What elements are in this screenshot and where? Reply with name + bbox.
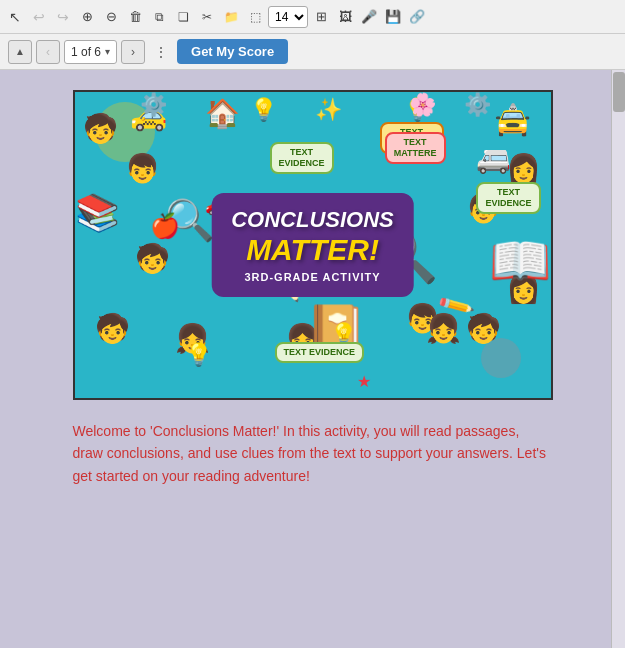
save-icon[interactable]: 💾	[382, 6, 404, 28]
textbox-icon[interactable]: ⬚	[244, 6, 266, 28]
text-evidence-label-4: TEXTEVIDENCE	[476, 182, 540, 214]
title-conclusions: CONCLUSIONS	[231, 207, 394, 233]
delete-icon[interactable]: 🗑	[124, 6, 146, 28]
van-icon: 🚐	[476, 142, 511, 175]
scrollbar-thumb[interactable]	[613, 72, 625, 112]
flower-icon: 🌸	[409, 92, 436, 118]
house-icon: 🏠	[205, 97, 240, 130]
duplicate-icon[interactable]: ❏	[172, 6, 194, 28]
person-3-icon: 🧒	[135, 242, 170, 275]
bulb-3-icon: 💡	[185, 342, 212, 368]
text-matter-label: TEXTMATTERE	[385, 132, 446, 164]
nav-bar: ▲ ‹ 1 of 6 ▾ › ⋮ Get My Score	[0, 34, 625, 70]
copy-icon[interactable]: ⧉	[148, 6, 170, 28]
get-my-score-button[interactable]: Get My Score	[177, 39, 288, 64]
title-matter: MATTER!	[231, 233, 394, 267]
mic-icon[interactable]: 🎤	[358, 6, 380, 28]
page-info[interactable]: 1 of 6 ▾	[64, 40, 117, 64]
car-2-icon: 🚖	[494, 102, 531, 137]
person-1-icon: 🧒	[83, 112, 118, 145]
star-2-icon: ★	[357, 372, 371, 391]
activity-description: Welcome to 'Conclusions Matter!' In this…	[73, 420, 553, 487]
more-options-button[interactable]: ⋮	[149, 40, 173, 64]
cursor-tool-icon[interactable]: ↖	[4, 6, 26, 28]
activity-image: 🧒 👦 🧒 🧒 👧 👩 👦 👩 🧒 👧 👦 👧 🚕 🚖 🚗 🚐 📚 📖 📔 🔍	[73, 90, 553, 400]
page-info-text: 1 of 6	[71, 45, 101, 59]
scrollbar[interactable]	[611, 70, 625, 648]
gear-2-icon: ⚙️	[464, 92, 491, 118]
nav-back-button[interactable]: ‹	[36, 40, 60, 64]
illustration: 🧒 👦 🧒 🧒 👧 👩 👦 👩 🧒 👧 👦 👧 🚕 🚖 🚗 🚐 📚 📖 📔 🔍	[75, 92, 551, 398]
zoom-in-icon[interactable]: ⊕	[76, 6, 98, 28]
title-box: CONCLUSIONS MATTER! 3RD-GRADE ACTIVITY	[211, 193, 414, 297]
toolbar: ↖ ↩ ↪ ⊕ ⊖ 🗑 ⧉ ❏ ✂ 📁 ⬚ 14 12 16 18 ⊞ 🖼 🎤 …	[0, 0, 625, 34]
star-icon: ✨	[315, 97, 342, 123]
font-size-select[interactable]: 14 12 16 18	[268, 6, 308, 28]
link-icon[interactable]: 🔗	[406, 6, 428, 28]
nav-up-arrow[interactable]: ▲	[8, 40, 32, 64]
person-6-icon: 👩	[506, 152, 541, 185]
gear-icon: ⚙️	[140, 92, 167, 118]
text-evidence-label-2: TEXTEVIDENCE	[270, 142, 334, 174]
zoom-out-icon[interactable]: ⊖	[100, 6, 122, 28]
folder-icon[interactable]: 📁	[220, 6, 242, 28]
page-dropdown-chevron: ▾	[105, 46, 110, 57]
main-content: 🧒 👦 🧒 🧒 👧 👩 👦 👩 🧒 👧 👦 👧 🚕 🚖 🚗 🚐 📚 📖 📔 🔍	[0, 70, 625, 648]
title-subtitle: 3RD-GRADE ACTIVITY	[231, 271, 394, 283]
nav-forward-button[interactable]: ›	[121, 40, 145, 64]
person-9-icon: 🧒	[466, 312, 501, 345]
redo-icon[interactable]: ↪	[52, 6, 74, 28]
apple-icon: 🍎	[150, 212, 180, 240]
book-2-icon: 📖	[489, 232, 551, 290]
undo-icon[interactable]: ↩	[28, 6, 50, 28]
grid-icon[interactable]: ⊞	[310, 6, 332, 28]
person-2-icon: 👦	[125, 152, 160, 185]
bulb-1-icon: 💡	[250, 97, 277, 123]
cut-icon[interactable]: ✂	[196, 6, 218, 28]
image-icon[interactable]: 🖼	[334, 6, 356, 28]
text-evidence-label-5: TEXT EVIDENCE	[275, 342, 365, 363]
description-text: Welcome to 'Conclusions Matter!' In this…	[73, 423, 546, 484]
person-4-icon: 🧒	[95, 312, 130, 345]
book-1-icon: 📚	[75, 192, 120, 234]
